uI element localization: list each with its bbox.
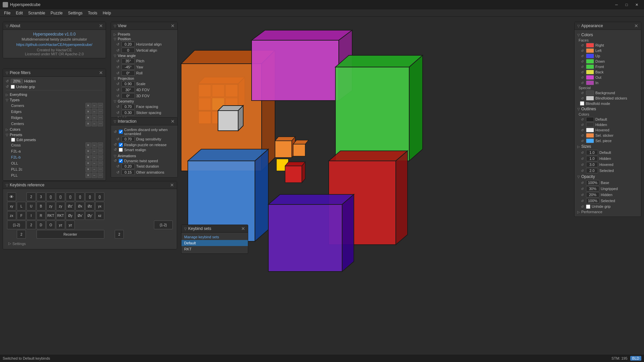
opacity-section[interactable]: ▽ Opacity bbox=[577, 174, 638, 180]
size-hovered-reset[interactable]: ↺ bbox=[580, 162, 585, 167]
dynamic-twist-reset[interactable]: ↺ bbox=[114, 159, 117, 163]
fov3d-reset[interactable]: ↺ bbox=[116, 94, 119, 98]
key-zy2[interactable]: zy bbox=[56, 202, 65, 210]
hidden-reset-icon[interactable]: ↺ bbox=[6, 79, 9, 83]
ridges-action-dots[interactable]: ⋯ bbox=[98, 115, 103, 120]
view-projection-header[interactable]: ▽ Projection bbox=[114, 76, 175, 81]
key-yz2[interactable]: yz bbox=[66, 221, 75, 229]
key-Oz[interactable]: Øz bbox=[85, 202, 94, 210]
centers-action-dots[interactable]: ⋯ bbox=[98, 121, 103, 126]
outline-hovered-swatch[interactable] bbox=[586, 128, 594, 132]
f2lb-action-x[interactable]: ✕ bbox=[86, 155, 91, 160]
preset-cross[interactable]: Cross ✕ – ⋯ bbox=[6, 142, 103, 148]
color-up-reset[interactable]: ↺ bbox=[580, 54, 585, 58]
dynamic-twist-checkbox[interactable] bbox=[119, 159, 123, 163]
horiz-reset[interactable]: ↺ bbox=[116, 42, 119, 47]
pll-action-dots[interactable]: ⋯ bbox=[98, 173, 103, 178]
key-R[interactable]: R bbox=[37, 211, 46, 220]
drag-val[interactable]: 0.70 bbox=[121, 136, 135, 142]
key-yz1[interactable]: yz bbox=[56, 221, 65, 229]
key-zy1[interactable]: zy bbox=[46, 202, 55, 210]
opacity-selected-val[interactable]: 100% bbox=[586, 198, 599, 203]
size-hidden-val[interactable]: 1.0 bbox=[586, 156, 598, 161]
face-spacing-val[interactable]: 0.70 bbox=[121, 104, 135, 109]
keybind-sets-close[interactable]: ✕ bbox=[241, 226, 245, 231]
keybind-set-rkt[interactable]: RKT bbox=[181, 246, 248, 252]
about-collapse-arrow[interactable]: ▽ bbox=[6, 24, 8, 28]
about-panel-header[interactable]: ▽ About ✕ bbox=[3, 22, 106, 30]
color-left-swatch[interactable] bbox=[586, 48, 594, 53]
key-brace4[interactable]: {} bbox=[75, 192, 85, 201]
corners-action-x[interactable]: ✕ bbox=[86, 103, 91, 108]
color-back-swatch[interactable] bbox=[586, 70, 594, 74]
other-anim-val[interactable]: 0.15 bbox=[121, 170, 135, 175]
key-2c[interactable]: 2 bbox=[17, 230, 26, 239]
sticker-spacing-reset[interactable]: ↺ bbox=[116, 111, 119, 115]
key-eye[interactable]: 👁 bbox=[7, 192, 16, 201]
size-default-reset[interactable]: ↺ bbox=[580, 150, 585, 155]
key-F[interactable]: F bbox=[17, 211, 26, 220]
outline-default-swatch[interactable] bbox=[586, 117, 594, 122]
centers-action-hide[interactable]: – bbox=[92, 121, 97, 126]
key-Oz-prime[interactable]: Øz' bbox=[66, 202, 75, 210]
pll2c-action-hide[interactable]: – bbox=[92, 167, 97, 172]
opacity-ungripped-reset[interactable]: ↺ bbox=[580, 186, 585, 191]
view-presets-header[interactable]: ▷ Presets bbox=[114, 32, 175, 37]
view-position-header[interactable]: ▽ Position bbox=[114, 37, 175, 41]
color-left-reset[interactable]: ↺ bbox=[580, 48, 585, 53]
fov4d-val[interactable]: 30° bbox=[121, 87, 135, 93]
size-selected-reset[interactable]: ↺ bbox=[580, 168, 585, 173]
key-Oy-prime[interactable]: Øy' bbox=[85, 211, 94, 220]
pll-action-hide[interactable]: – bbox=[92, 173, 97, 178]
opacity-ungripped-val[interactable]: 30% bbox=[586, 186, 599, 191]
color-front-reset[interactable]: ↺ bbox=[580, 64, 585, 69]
f2la-action-x[interactable]: ✕ bbox=[86, 148, 91, 154]
opacity-hidden-reset[interactable]: ↺ bbox=[580, 192, 585, 197]
keybind-sets-collapse[interactable]: ▽ bbox=[184, 227, 187, 231]
color-bg-reset[interactable]: ↺ bbox=[580, 90, 585, 95]
cross-action-hide[interactable]: – bbox=[92, 142, 97, 148]
pitch-reset[interactable]: ↺ bbox=[116, 59, 119, 63]
color-right-reset[interactable]: ↺ bbox=[580, 43, 585, 48]
filters-collapse-arrow[interactable]: ▽ bbox=[6, 71, 8, 75]
color-out-swatch[interactable] bbox=[586, 75, 594, 80]
roll-reset[interactable]: ↺ bbox=[116, 71, 119, 75]
edges-action-dots[interactable]: ⋯ bbox=[98, 109, 103, 114]
key-2b[interactable]: 2 bbox=[26, 221, 36, 229]
other-anim-reset[interactable]: ↺ bbox=[116, 170, 119, 175]
appearance-collapse[interactable]: ▽ bbox=[577, 24, 580, 28]
key-brace6[interactable]: {} bbox=[95, 192, 104, 201]
oll-action-hide[interactable]: – bbox=[92, 161, 97, 166]
key-Ox[interactable]: Øx bbox=[75, 202, 85, 210]
realign-reset[interactable]: ↺ bbox=[114, 142, 117, 147]
view-geometry-header[interactable]: ▽ Geometry bbox=[114, 99, 175, 104]
color-blind-swatch[interactable] bbox=[586, 96, 594, 101]
realign-checkbox[interactable] bbox=[119, 143, 123, 147]
pll-action-x[interactable]: ✕ bbox=[86, 173, 91, 178]
f2la-action-dots[interactable]: ⋯ bbox=[98, 148, 103, 154]
menu-settings[interactable]: Settings bbox=[65, 10, 85, 16]
outline-sel-sticker-reset[interactable]: ↺ bbox=[580, 133, 585, 138]
preset-f2la[interactable]: F2L-a ✕ – ⋯ bbox=[6, 148, 103, 154]
key-RKT2[interactable]: RKT bbox=[56, 211, 65, 220]
edit-presets-checkbox[interactable] bbox=[11, 138, 15, 142]
horiz-val[interactable]: 0.20 bbox=[121, 42, 135, 47]
color-blind-reset[interactable]: ↺ bbox=[580, 96, 585, 101]
twist-dur-reset[interactable]: ↺ bbox=[116, 164, 119, 169]
key-xy[interactable]: xy bbox=[7, 202, 16, 210]
key-brace2[interactable]: {} bbox=[56, 192, 65, 201]
key-B[interactable]: B bbox=[37, 202, 46, 210]
filters-panel-header[interactable]: ▽ Piece filters ✕ bbox=[3, 69, 106, 77]
view-panel-header[interactable]: ▽ View ✕ bbox=[111, 22, 177, 30]
key-2d[interactable]: 2 bbox=[115, 230, 124, 239]
vert-reset[interactable]: ↺ bbox=[116, 48, 119, 53]
outline-sel-sticker-swatch[interactable] bbox=[586, 133, 594, 138]
smart-realign-checkbox[interactable] bbox=[119, 148, 123, 152]
key-12-2[interactable]: {1-2} bbox=[154, 221, 173, 229]
color-in-swatch[interactable] bbox=[586, 80, 594, 85]
size-default-val[interactable]: 1.0 bbox=[586, 150, 598, 155]
key-brace5[interactable]: {} bbox=[85, 192, 94, 201]
interaction-panel-header[interactable]: ▽ Interaction ✕ bbox=[111, 118, 177, 125]
key-recenter[interactable]: Recenter bbox=[37, 230, 104, 239]
pitch-val[interactable]: 35° bbox=[121, 58, 135, 64]
